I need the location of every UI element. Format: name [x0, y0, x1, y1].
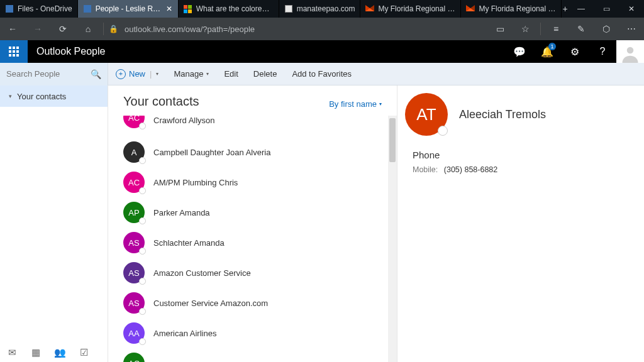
scrollbar-thumb[interactable]	[389, 118, 396, 162]
tab-mls-2[interactable]: My Florida Regional ML	[461, 0, 562, 18]
contact-coin: AS	[123, 232, 145, 253]
plus-icon: +	[116, 69, 126, 79]
calendar-module-icon[interactable]: ▦	[30, 347, 42, 358]
waffle-icon	[9, 47, 19, 57]
reading-view-button[interactable]: ▭	[487, 18, 513, 40]
forward-button[interactable]: →	[25, 18, 50, 40]
tab-bing[interactable]: What are the colored ci	[179, 0, 279, 18]
presence-indicator	[438, 126, 448, 136]
presence-indicator	[139, 278, 146, 285]
maximize-button[interactable]: ▭	[594, 0, 619, 18]
search-icon[interactable]: 🔍	[91, 69, 101, 79]
manage-button[interactable]: Manage ▾	[166, 63, 216, 85]
tab-label: My Florida Regional ML	[378, 4, 455, 13]
contact-name: Amazon Customer Service	[153, 268, 251, 278]
browser-titlebar: Files - OneDrive People - Leslie Russ ✕ …	[0, 0, 644, 18]
tab-onedrive[interactable]: Files - OneDrive	[0, 0, 78, 18]
window-controls: — ▭ ✕	[569, 0, 644, 18]
contact-name: Aleeciah Tremols	[459, 108, 546, 121]
notifications-button[interactable]: 🔔 1	[533, 40, 561, 63]
presence-indicator	[139, 308, 146, 315]
settings-button[interactable]: ⚙	[561, 40, 589, 63]
tab-label: What are the colored ci	[196, 4, 274, 13]
contact-coin: AT	[405, 93, 448, 136]
tab-label: My Florida Regional ML	[479, 4, 556, 13]
address-field[interactable]: 🔒 outlook.live.com/owa/?path=/people	[106, 25, 487, 34]
contact-coin: AP	[123, 202, 145, 223]
mail-module-icon[interactable]: ✉	[6, 347, 18, 358]
contact-row[interactable]: ASSchlachter Amanda	[108, 228, 397, 258]
scrollbar[interactable]	[388, 116, 397, 362]
contact-row[interactable]: ACAM/PM Plumbing Chris	[108, 167, 397, 197]
new-contact-button[interactable]: + New | ▾	[108, 63, 166, 85]
chevron-down-icon: ▾	[379, 101, 382, 107]
phone-row: Mobile: (305) 858-6882	[413, 165, 629, 174]
command-bar: 🔍 + New | ▾ Manage ▾ Edit Delete Add to …	[0, 63, 644, 85]
nav-label: Your contacts	[17, 92, 66, 101]
contact-row[interactable]: ASCustomer Service Amazon.com	[108, 288, 397, 318]
contact-name: Schlachter Amanda	[153, 238, 225, 248]
back-button[interactable]: ←	[0, 18, 25, 40]
notification-badge: 1	[548, 43, 556, 50]
contact-coin: A	[123, 141, 145, 163]
contact-name: Parker Amanda	[153, 208, 210, 217]
contact-list[interactable]: ACCrawford AllysonACampbell Daughter Joa…	[108, 116, 397, 362]
delete-button[interactable]: Delete	[246, 63, 285, 85]
more-button[interactable]: ⋯	[619, 18, 644, 40]
nav-your-contacts[interactable]: ▾ Your contacts	[0, 85, 108, 107]
contact-row[interactable]: AC	[108, 348, 397, 362]
onedrive-icon	[5, 4, 14, 13]
sort-dropdown[interactable]: By first name ▾	[329, 99, 382, 109]
edit-label: Edit	[224, 69, 238, 79]
new-tab-button[interactable]: +	[562, 0, 569, 18]
contact-row[interactable]: ACCrawford Allyson	[108, 116, 397, 137]
home-button[interactable]: ⌂	[75, 18, 101, 40]
chevron-down-icon[interactable]: ▾	[156, 71, 158, 77]
favorite-button[interactable]: ☆	[513, 18, 538, 40]
account-avatar[interactable]	[616, 40, 644, 63]
microsoft-icon	[184, 4, 192, 13]
refresh-button[interactable]: ⟳	[50, 18, 75, 40]
add-fav-button[interactable]: Add to Favorites	[284, 63, 359, 85]
people-module-icon[interactable]: 👥	[54, 347, 65, 358]
app-launcher-button[interactable]	[0, 40, 28, 63]
app-title: Outlook People	[28, 46, 105, 57]
o365-bar: Outlook People 💬 🔔 1 ⚙ ?	[0, 40, 644, 63]
tasks-module-icon[interactable]: ☑	[78, 347, 89, 358]
tab-label: manateepao.com	[297, 4, 355, 13]
help-button[interactable]: ?	[589, 40, 616, 63]
phone-label: Mobile:	[413, 165, 438, 174]
share-button[interactable]: ⬡	[594, 18, 619, 40]
hub-button[interactable]: ≡	[543, 18, 569, 40]
minimize-button[interactable]: —	[569, 0, 594, 18]
page-icon	[284, 4, 293, 13]
contact-coin: AS	[123, 292, 145, 314]
left-nav: ▾ Your contacts	[0, 85, 108, 362]
tab-mls-1[interactable]: My Florida Regional ML	[360, 0, 461, 18]
manage-label: Manage	[174, 69, 203, 79]
delete-label: Delete	[253, 69, 277, 79]
contact-row[interactable]: AAAmerican Airlines	[108, 318, 397, 348]
search-input[interactable]	[6, 69, 82, 79]
close-window-button[interactable]: ✕	[619, 0, 644, 18]
contact-row[interactable]: ACampbell Daughter Joan Alveria	[108, 137, 397, 167]
skype-button[interactable]: 💬	[506, 40, 533, 63]
outlook-icon	[83, 4, 92, 13]
contact-coin: AC	[123, 116, 145, 128]
tab-people-active[interactable]: People - Leslie Russ ✕	[78, 0, 179, 18]
person-icon	[621, 44, 640, 63]
webnote-button[interactable]: ✎	[569, 18, 594, 40]
contact-row[interactable]: ASAmazon Customer Service	[108, 258, 397, 288]
tab-manatee[interactable]: manateepao.com	[279, 0, 361, 18]
lock-icon: 🔒	[109, 25, 118, 33]
close-icon[interactable]: ✕	[165, 4, 173, 13]
phone-value: (305) 858-6882	[444, 165, 497, 174]
sort-label: By first name	[329, 99, 377, 109]
contact-coin: AC	[123, 353, 145, 362]
contact-name: American Airlines	[153, 329, 216, 338]
search-people-box[interactable]: 🔍	[0, 63, 108, 85]
contact-row[interactable]: APParker Amanda	[108, 197, 397, 228]
browser-addressbar: ← → ⟳ ⌂ 🔒 outlook.live.com/owa/?path=/pe…	[0, 18, 644, 40]
edit-button[interactable]: Edit	[216, 63, 245, 85]
phone-section-title: Phone	[413, 150, 629, 160]
